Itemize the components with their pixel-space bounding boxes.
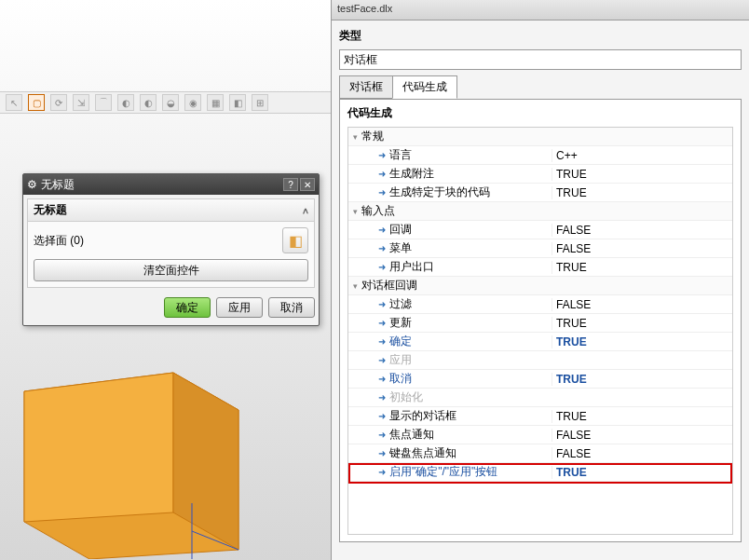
tool8-icon: ◒: [167, 98, 175, 108]
ok-button[interactable]: 确定: [164, 297, 211, 318]
prop-row[interactable]: ➜焦点通知FALSE: [348, 426, 732, 444]
prop-row[interactable]: ➜键盘焦点通知FALSE: [348, 444, 732, 463]
tool-pan[interactable]: ⇲: [73, 94, 89, 111]
prop-row[interactable]: ➜启用"确定"/"应用"按钮TRUE: [348, 463, 732, 482]
prop-row[interactable]: ➜显示的对话框TRUE: [348, 407, 732, 426]
prop-row[interactable]: ➜用户出口TRUE: [348, 258, 732, 277]
cancel-button[interactable]: 取消: [268, 297, 315, 318]
viewport-toolbar: ↖ ▢ ⟳ ⇲ ⌒ ◐ ◐ ◒ ◉ ▦ ◧ ⊞: [0, 91, 331, 114]
tab-codegen[interactable]: 代码生成: [392, 75, 457, 99]
tool-pointer[interactable]: ↖: [6, 94, 22, 111]
properties-panel: testFace.dlx 类型 对话框 代码生成 代码生成 ▾常规➜语言C++➜…: [331, 0, 749, 560]
tab-dialog[interactable]: 对话框: [339, 75, 393, 99]
property-grid[interactable]: ▾常规➜语言C++➜生成附注TRUE➜生成特定于块的代码TRUE▾输入点➜回调F…: [347, 127, 733, 535]
type-group-label: 类型: [332, 20, 749, 48]
prop-row[interactable]: ➜菜单FALSE: [348, 239, 732, 258]
tool-6[interactable]: ◐: [117, 94, 134, 111]
cube-icon: ◧: [289, 232, 303, 250]
apply-button[interactable]: 应用: [216, 297, 263, 318]
untitled-dialog: ⚙ 无标题 ? ✕ 无标题 ʌ 选择面 (0) ◧ 清空面控件 确定: [22, 173, 320, 326]
tool9-icon: ◉: [189, 98, 197, 108]
tool-7[interactable]: ◐: [140, 94, 157, 111]
clear-face-button[interactable]: 清空面控件: [34, 259, 308, 281]
select-face-label: 选择面 (0): [34, 233, 84, 249]
tool12-icon: ⊞: [256, 98, 264, 108]
tool-8[interactable]: ◒: [162, 94, 179, 111]
prop-group[interactable]: ▾对话框回调: [348, 277, 732, 295]
tool7-icon: ◐: [144, 98, 153, 108]
codegen-panel: 代码生成 ▾常规➜语言C++➜生成附注TRUE➜生成特定于块的代码TRUE▾输入…: [339, 99, 742, 542]
select-icon: ▢: [33, 98, 41, 108]
pan-icon: ⇲: [77, 98, 85, 108]
tool5-icon: ⌒: [99, 96, 108, 109]
prop-row[interactable]: ➜生成附注TRUE: [348, 165, 732, 184]
section-title: 无标题: [34, 202, 67, 218]
prop-group[interactable]: ▾输入点: [348, 202, 732, 221]
tool-10[interactable]: ▦: [207, 94, 224, 111]
prop-group[interactable]: ▾常规: [348, 128, 732, 146]
prop-row[interactable]: ➜回调FALSE: [348, 221, 732, 239]
prop-row[interactable]: ➜应用: [348, 351, 732, 370]
dialog-title-text: 无标题: [41, 177, 75, 193]
tool10-icon: ▦: [211, 98, 220, 108]
chevron-up-icon: ʌ: [303, 205, 308, 215]
prop-row[interactable]: ➜初始化: [348, 389, 732, 407]
cube-render[interactable]: [6, 354, 248, 559]
tool-select[interactable]: ▢: [28, 94, 45, 111]
prop-row[interactable]: ➜取消TRUE: [348, 370, 732, 389]
dialog-titlebar[interactable]: ⚙ 无标题 ? ✕: [23, 174, 319, 195]
tool-rotate[interactable]: ⟳: [50, 94, 67, 111]
prop-row[interactable]: ➜更新TRUE: [348, 314, 732, 333]
panel-title: 代码生成: [340, 100, 741, 127]
prop-row[interactable]: ➜生成特定于块的代码TRUE: [348, 184, 732, 202]
select-face-button[interactable]: ◧: [282, 227, 308, 253]
tool6-icon: ◐: [122, 98, 130, 108]
tool-5[interactable]: ⌒: [95, 94, 112, 111]
dialog-section-header[interactable]: 无标题 ʌ: [27, 198, 315, 222]
gear-icon: ⚙: [27, 178, 37, 191]
tool11-icon: ◧: [234, 98, 242, 108]
dialog-help-button[interactable]: ?: [283, 178, 298, 191]
file-tab[interactable]: testFace.dlx: [332, 0, 749, 20]
svg-marker-1: [24, 373, 173, 522]
tool-12[interactable]: ⊞: [252, 94, 268, 111]
tool-9[interactable]: ◉: [184, 94, 201, 111]
property-tabs: 对话框 代码生成: [339, 75, 742, 99]
rotate-icon: ⟳: [55, 98, 62, 108]
dialog-close-button[interactable]: ✕: [300, 178, 315, 191]
pointer-icon: ↖: [10, 98, 18, 108]
type-input[interactable]: [339, 49, 742, 70]
prop-row[interactable]: ➜过滤FALSE: [348, 295, 732, 314]
prop-row[interactable]: ➜语言C++: [348, 146, 732, 165]
viewport-3d: ↖ ▢ ⟳ ⇲ ⌒ ◐ ◐ ◒ ◉ ▦ ◧ ⊞ ⚙ 无标题 ? ✕: [0, 0, 331, 560]
prop-row[interactable]: ➜确定TRUE: [348, 333, 732, 351]
tool-11[interactable]: ◧: [229, 94, 246, 111]
